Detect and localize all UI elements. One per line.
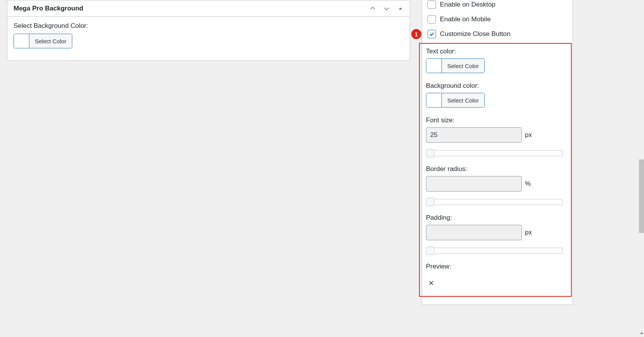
move-down-button[interactable] (380, 2, 394, 15)
font-size-field: Font size: px (426, 116, 565, 157)
border-radius-input[interactable] (426, 176, 522, 192)
triangle-up-icon (397, 5, 404, 12)
slider-handle[interactable] (426, 198, 434, 206)
text-color-label: Text color: (426, 48, 565, 55)
customize-close-label: Customize Close Button (440, 30, 510, 38)
enable-mobile-checkbox[interactable] (428, 15, 436, 24)
toggle-panel-button[interactable] (394, 2, 407, 15)
handle-actions (366, 2, 410, 15)
font-size-input[interactable] (426, 127, 522, 143)
scrollbar-thumb[interactable] (639, 159, 644, 233)
bg-color-label: Background color: (426, 82, 565, 90)
border-radius-slider[interactable] (426, 198, 563, 206)
color-swatch (426, 59, 442, 73)
slider-track (434, 199, 563, 205)
side-settings-box: Enable on Desktop Enable on Mobile 1 Cus… (422, 0, 573, 305)
customize-close-checkbox[interactable] (428, 30, 436, 38)
enable-mobile-label: Enable on Mobile (440, 15, 491, 23)
select-color-button[interactable]: Select Color (14, 34, 72, 48)
enable-mobile-row[interactable]: Enable on Mobile (422, 12, 572, 27)
chevron-up-icon (369, 5, 376, 12)
scrollbar-down-arrow[interactable] (639, 331, 644, 336)
preview-field: Preview: ✕ (426, 263, 565, 289)
slider-track (434, 150, 563, 156)
border-radius-unit: % (525, 180, 531, 188)
enable-desktop-label: Enable on Desktop (440, 1, 496, 9)
color-swatch (426, 93, 442, 107)
select-color-label: Select Color (442, 59, 484, 73)
customize-close-row[interactable]: 1 Customize Close Button (422, 27, 572, 41)
padding-label: Padding: (426, 214, 565, 222)
bg-color-button[interactable]: Select Color (426, 93, 485, 108)
border-radius-label: Border radius: (426, 165, 565, 173)
font-size-slider[interactable] (426, 149, 563, 157)
triangle-down-icon (640, 332, 644, 335)
select-bg-color-label: Select Background Color: (14, 22, 404, 30)
check-icon (429, 31, 435, 37)
customize-close-panel: Text color: Select Color Background colo… (419, 43, 572, 297)
slider-handle[interactable] (426, 149, 434, 157)
padding-unit: px (525, 229, 532, 236)
border-radius-field: Border radius: % (426, 165, 565, 206)
postbox-body: Select Background Color: Select Color (7, 17, 410, 60)
padding-field: Padding: px (426, 214, 565, 255)
mega-pro-background-box: Mega Pro Background Select Background Co… (7, 0, 410, 61)
select-color-label: Select Color (442, 93, 484, 107)
slider-track (434, 248, 563, 254)
annotation-badge-1: 1 (411, 29, 421, 39)
select-color-label: Select Color (29, 34, 72, 48)
padding-slider[interactable] (426, 246, 563, 255)
text-color-button[interactable]: Select Color (426, 58, 485, 73)
postbox-header: Mega Pro Background (7, 0, 410, 17)
enable-desktop-checkbox[interactable] (428, 0, 436, 9)
close-icon-preview: ✕ (426, 274, 565, 289)
font-size-label: Font size: (426, 116, 565, 124)
color-swatch (14, 34, 29, 48)
slider-handle[interactable] (426, 246, 434, 255)
text-color-field: Text color: Select Color (426, 48, 565, 74)
move-up-button[interactable] (366, 2, 380, 15)
preview-label: Preview: (426, 263, 565, 270)
chevron-down-icon (383, 5, 390, 12)
postbox-title: Mega Pro Background (14, 5, 83, 12)
bg-color-field: Background color: Select Color (426, 82, 565, 109)
enable-desktop-row[interactable]: Enable on Desktop (422, 0, 572, 12)
padding-input[interactable] (426, 225, 522, 240)
font-size-unit: px (525, 131, 532, 139)
